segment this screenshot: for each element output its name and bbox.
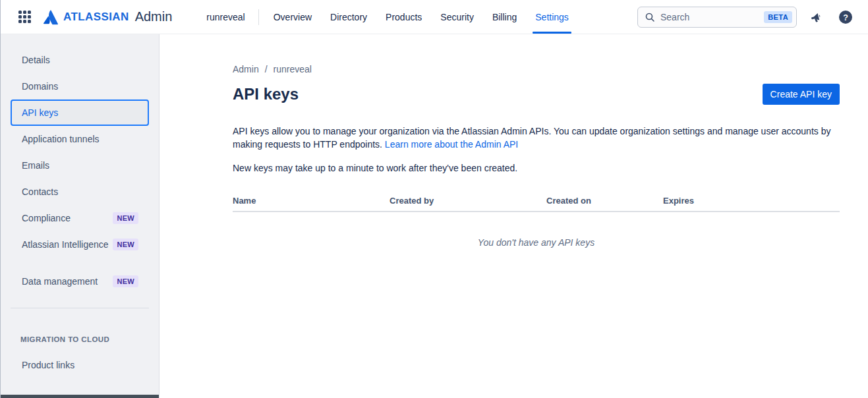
description-text: API keys allow you to manage your organi…: [233, 126, 830, 150]
megaphone-icon: [810, 11, 823, 24]
description-paragraph: API keys allow you to manage your organi…: [233, 125, 840, 151]
api-keys-table: Name Created by Created on Expires You d…: [233, 196, 840, 248]
atlassian-logo-icon: [43, 9, 59, 25]
column-header-expires: Expires: [663, 196, 840, 211]
new-badge: NEW: [113, 275, 138, 287]
app-switcher-button[interactable]: [15, 8, 34, 26]
learn-more-link[interactable]: Learn more about the Admin API: [385, 139, 518, 150]
nav-security[interactable]: Security: [431, 0, 483, 34]
sidebar-item-emails[interactable]: Emails: [11, 152, 149, 179]
product-name: Admin: [135, 9, 173, 24]
beta-badge: BETA: [764, 11, 792, 23]
help-button[interactable]: ?: [836, 8, 855, 26]
org-switcher[interactable]: runreveal: [198, 12, 252, 22]
app-switcher-icon: [18, 11, 31, 23]
sidebar-item-product-links[interactable]: Product links: [11, 352, 149, 378]
column-header-created-by: Created by: [390, 196, 546, 211]
empty-state-message: You don't have any API keys: [233, 237, 840, 248]
new-badge: NEW: [113, 212, 138, 224]
sidebar-item-atlassian-intelligence[interactable]: Atlassian Intelligence NEW: [11, 231, 149, 258]
search-placeholder: Search: [660, 12, 759, 22]
top-header: ATLASSIAN Admin runreveal Overview Direc…: [1, 0, 868, 34]
breadcrumb-separator: /: [265, 64, 268, 74]
nav-overview[interactable]: Overview: [264, 0, 321, 34]
sidebar-item-contacts[interactable]: Contacts: [11, 179, 149, 205]
search-icon: [645, 12, 655, 22]
nav-settings[interactable]: Settings: [526, 0, 578, 34]
sidebar-item-details[interactable]: Details: [11, 47, 149, 73]
sidebar-divider: [11, 308, 149, 308]
help-icon: ?: [838, 10, 853, 24]
sidebar-group-gap: [1, 258, 159, 268]
sidebar-item-domains[interactable]: Domains: [11, 73, 149, 100]
sidebar-item-api-keys[interactable]: API keys: [11, 100, 149, 126]
sidebar-item-application-tunnels[interactable]: Application tunnels: [11, 126, 149, 152]
sidebar-item-data-management[interactable]: Data management NEW: [11, 268, 149, 295]
sidebar-bottom-bar: [1, 395, 159, 398]
nav-products[interactable]: Products: [376, 0, 431, 34]
column-header-created-on: Created on: [546, 196, 663, 211]
sidebar-item-compliance[interactable]: Compliance NEW: [11, 205, 149, 231]
nav-billing[interactable]: Billing: [483, 0, 526, 34]
svg-text:?: ?: [843, 13, 848, 22]
table-header-row: Name Created by Created on Expires: [233, 196, 840, 211]
breadcrumb-admin[interactable]: Admin: [233, 64, 259, 74]
nav-directory[interactable]: Directory: [321, 0, 376, 34]
main-content: Admin / runreveal API keys Create API ke…: [159, 34, 868, 398]
page-title: API keys: [233, 85, 299, 103]
settings-sidebar: Details Domains API keys Application tun…: [1, 34, 159, 398]
create-api-key-button[interactable]: Create API key: [763, 84, 840, 105]
note-paragraph: New keys may take up to a minute to work…: [233, 161, 840, 175]
header-actions: Search BETA ?: [637, 7, 855, 28]
breadcrumb-runreveal[interactable]: runreveal: [274, 64, 312, 74]
nav-divider: [258, 9, 259, 25]
announcements-button[interactable]: [807, 8, 826, 26]
top-navigation: runreveal Overview Directory Products Se…: [198, 0, 578, 34]
column-header-name: Name: [233, 196, 390, 211]
atlassian-admin-logo[interactable]: ATLASSIAN Admin: [43, 9, 172, 25]
breadcrumb: Admin / runreveal: [233, 64, 840, 74]
brand-name: ATLASSIAN: [63, 11, 129, 24]
table-header-divider: [233, 211, 840, 212]
sidebar-section-heading: MIGRATION TO CLOUD: [20, 335, 159, 343]
search-input[interactable]: Search BETA: [637, 7, 797, 28]
new-badge: NEW: [113, 239, 138, 250]
